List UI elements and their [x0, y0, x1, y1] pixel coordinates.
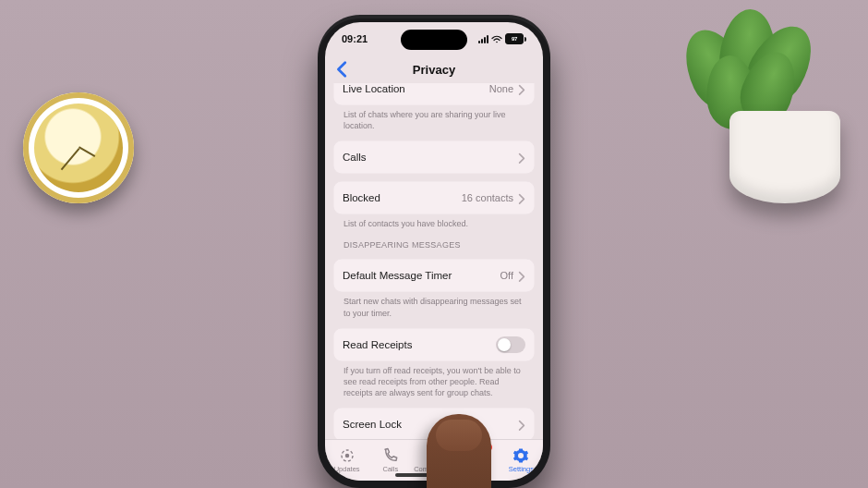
chevron-right-icon — [518, 84, 525, 93]
read-receipts-card: Read Receipts — [333, 328, 535, 361]
user-finger — [427, 414, 491, 488]
dynamic-island — [401, 30, 467, 50]
tab-settings-label: Settings — [509, 465, 534, 473]
blocked-card: Blocked 16 contacts — [333, 181, 535, 214]
blocked-label: Blocked — [343, 192, 380, 203]
chevron-right-icon — [518, 271, 525, 280]
default-timer-caption: Start new chats with disappearing messag… — [333, 292, 535, 320]
calls-label: Calls — [343, 152, 367, 163]
blocked-caption: List of contacts you have blocked. — [333, 214, 535, 231]
battery-level: 97 — [505, 33, 524, 44]
gear-icon — [512, 447, 529, 464]
phone-icon — [382, 447, 399, 464]
status-time: 09:21 — [342, 33, 368, 44]
settings-scroll-area[interactable]: Live Location None List of chats where y… — [325, 83, 543, 440]
tab-updates[interactable]: Updates — [325, 440, 368, 481]
battery-icon: 97 — [505, 33, 526, 44]
tab-updates-label: Updates — [334, 465, 360, 473]
live-location-value: None — [489, 83, 513, 94]
blocked-row[interactable]: Blocked 16 contacts — [333, 181, 535, 214]
default-timer-value: Off — [500, 270, 513, 281]
read-receipts-label: Read Receipts — [343, 339, 412, 350]
read-receipts-toggle[interactable] — [496, 336, 525, 353]
live-location-card: Live Location None — [333, 83, 535, 105]
screen-lock-label: Screen Lock — [343, 419, 402, 430]
disappearing-section-header: DISAPPEARING MESSAGES — [333, 231, 535, 251]
page-title: Privacy — [413, 63, 455, 77]
calls-row[interactable]: Calls — [333, 140, 535, 174]
tab-calls-label: Calls — [382, 465, 398, 473]
chevron-right-icon — [518, 193, 525, 202]
updates-icon — [339, 447, 356, 464]
live-location-row[interactable]: Live Location None — [333, 83, 535, 105]
svg-point-2 — [344, 454, 349, 458]
desk-clock-prop — [23, 92, 134, 203]
default-timer-row[interactable]: Default Message Timer Off — [333, 259, 535, 292]
default-timer-card: Default Message Timer Off — [333, 259, 535, 292]
chevron-right-icon — [518, 152, 525, 162]
cellular-signal-icon — [478, 35, 488, 43]
iphone-frame: 09:21 97 Privacy — [318, 15, 550, 488]
read-receipts-caption: If you turn off read receipts, you won't… — [333, 361, 535, 400]
live-location-caption: List of chats where you are sharing your… — [333, 105, 535, 133]
calls-card: Calls — [333, 140, 535, 174]
desk-scene: 09:21 97 Privacy — [0, 0, 868, 488]
blocked-value: 16 contacts — [462, 192, 513, 203]
chevron-right-icon — [518, 420, 525, 429]
read-receipts-row: Read Receipts — [333, 328, 535, 361]
live-location-label: Live Location — [343, 83, 405, 94]
default-timer-label: Default Message Timer — [343, 270, 452, 281]
screen: 09:21 97 Privacy — [325, 22, 543, 481]
tab-settings[interactable]: Settings — [500, 440, 543, 481]
back-button[interactable] — [332, 59, 353, 79]
svg-point-0 — [496, 41, 498, 43]
desk-plant-prop — [674, 0, 868, 213]
wifi-icon — [491, 35, 502, 43]
nav-header: Privacy — [325, 55, 543, 83]
